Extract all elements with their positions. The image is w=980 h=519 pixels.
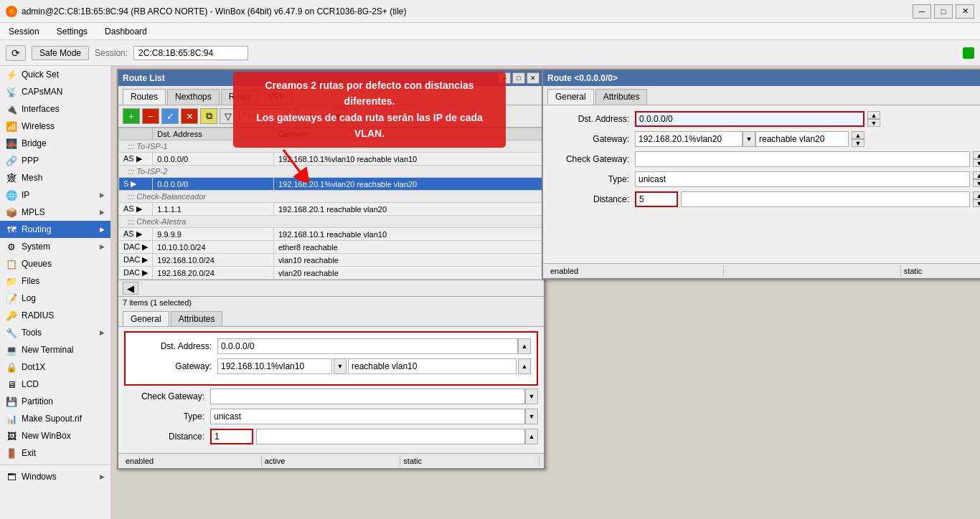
distance-scroll-up[interactable]: ▲ bbox=[525, 429, 538, 444]
make-supout-icon: 📊 bbox=[6, 413, 17, 424]
table-row[interactable]: DAC ▶ 10.10.10.0/24 ether8 reachable bbox=[119, 241, 544, 254]
route-list-close[interactable]: ✕ bbox=[527, 72, 540, 84]
close-button[interactable]: ✕ bbox=[956, 4, 974, 19]
sidebar-item-mpls[interactable]: 📦 MPLS ▶ bbox=[0, 204, 110, 221]
detail-tab-general[interactable]: General bbox=[547, 89, 594, 105]
session-input[interactable] bbox=[133, 46, 248, 60]
sidebar-item-system[interactable]: ⚙ System ▶ bbox=[0, 238, 110, 255]
detail-dst-row: Dst. Address: ▲ ▼ bbox=[549, 111, 980, 127]
dst-scroll-up[interactable]: ▲ bbox=[518, 338, 531, 354]
sidebar-item-exit[interactable]: 🚪 Exit bbox=[0, 444, 110, 462]
lcd-icon: 🖥 bbox=[6, 378, 17, 390]
route-table-wrapper[interactable]: Dst. Address Gateway ::: To-ISP-1 AS ▶ 0… bbox=[118, 128, 544, 280]
bottom-dst-input[interactable] bbox=[217, 338, 518, 354]
gateway-scroll-up[interactable]: ▲ bbox=[518, 358, 531, 374]
detail-distance-input[interactable] bbox=[635, 191, 678, 207]
sidebar-item-mesh[interactable]: 🕸 Mesh bbox=[0, 169, 110, 186]
table-row[interactable]: AS ▶ 9.9.9.9 192.168.10.1 reachable vlan… bbox=[119, 228, 544, 241]
detail-type-input[interactable] bbox=[635, 171, 970, 187]
tab-attributes-bottom[interactable]: Attributes bbox=[171, 311, 223, 326]
sidebar-item-ip[interactable]: 🌐 IP ▶ bbox=[0, 186, 110, 204]
tab-general-bottom[interactable]: General bbox=[123, 311, 169, 326]
wireless-icon: 📶 bbox=[6, 120, 17, 132]
sidebar-item-new-terminal[interactable]: 💻 New Terminal bbox=[0, 341, 110, 358]
bottom-gateway-suffix[interactable] bbox=[348, 358, 517, 374]
enable-route-button[interactable]: ✓ bbox=[161, 108, 179, 124]
sidebar-item-radius[interactable]: 🔑 RADIUS bbox=[0, 307, 110, 324]
row-dst: 0.0.0.0/0 bbox=[153, 153, 274, 166]
sidebar-item-files[interactable]: 📁 Files bbox=[0, 272, 110, 290]
dst-detail-scroll-up[interactable]: ▲ bbox=[867, 111, 880, 119]
table-row[interactable]: DAC ▶ 192.168.10.0/24 vlan10 reachable bbox=[119, 254, 544, 267]
detail-check-gw-input[interactable] bbox=[635, 151, 970, 167]
tab-vrf[interactable]: VRF bbox=[260, 89, 293, 105]
sidebar-item-windows[interactable]: 🗔 Windows ▶ bbox=[0, 468, 110, 485]
sidebar-item-partition[interactable]: 💾 Partition bbox=[0, 393, 110, 410]
menu-session[interactable]: Session bbox=[3, 25, 45, 38]
route-list-maximize[interactable]: □ bbox=[512, 72, 525, 84]
bottom-distance-extra[interactable] bbox=[256, 429, 525, 444]
detail-dst-input[interactable] bbox=[635, 111, 864, 127]
check-gw-detail-scroll-down[interactable]: ▼ bbox=[973, 159, 980, 167]
sidebar-item-queues[interactable]: 📋 Queues bbox=[0, 255, 110, 272]
sidebar-item-ppp[interactable]: 🔗 PPP bbox=[0, 152, 110, 169]
menu-dashboard[interactable]: Dashboard bbox=[99, 25, 153, 38]
sidebar-item-lcd[interactable]: 🖥 LCD bbox=[0, 376, 110, 393]
type-detail-scroll-up[interactable]: ▲ bbox=[973, 171, 980, 179]
sidebar-item-log[interactable]: 📝 Log bbox=[0, 290, 110, 307]
table-row[interactable]: DAC ▶ 192.168.20.0/24 vlan20 reachable bbox=[119, 267, 544, 280]
check-gw-scroll[interactable]: ▼ bbox=[525, 389, 538, 404]
bottom-gateway-input[interactable] bbox=[217, 358, 332, 374]
table-row[interactable]: AS ▶ 0.0.0.0/0 192.168.10.1%vlan10 reach… bbox=[119, 153, 544, 166]
dist-detail-scroll-down[interactable]: ▼ bbox=[973, 199, 980, 207]
detail-distance-extra[interactable] bbox=[681, 191, 970, 207]
filter-button[interactable]: ▽ bbox=[220, 108, 237, 124]
detail-gateway-dropdown[interactable]: ▼ bbox=[743, 131, 755, 147]
sidebar-item-quickset[interactable]: ⚡ Quick Set bbox=[0, 66, 110, 83]
find-input[interactable] bbox=[239, 109, 296, 123]
tab-routes[interactable]: Routes bbox=[123, 89, 166, 105]
add-route-button[interactable]: + bbox=[123, 108, 140, 124]
maximize-button[interactable]: □ bbox=[934, 4, 953, 19]
disable-route-button[interactable]: ✕ bbox=[181, 108, 198, 124]
detail-tab-attributes[interactable]: Attributes bbox=[595, 89, 648, 105]
check-gw-detail-scroll-up[interactable]: ▲ bbox=[973, 151, 980, 159]
sidebar-item-routing[interactable]: 🗺 Routing ▶ bbox=[0, 221, 110, 238]
bottom-check-gateway-input[interactable] bbox=[210, 389, 525, 404]
sidebar-label-wireless: Wireless bbox=[22, 121, 55, 131]
dst-detail-scroll-down[interactable]: ▼ bbox=[867, 119, 880, 127]
sidebar-item-dot1x[interactable]: 🔒 Dot1X bbox=[0, 358, 110, 376]
type-scroll[interactable]: ▼ bbox=[525, 409, 538, 424]
detail-gateway-suffix[interactable] bbox=[755, 131, 849, 147]
copy-route-button[interactable]: ⧉ bbox=[200, 108, 217, 124]
bottom-type-input[interactable] bbox=[210, 409, 525, 424]
sidebar-item-tools[interactable]: 🔧 Tools ▶ bbox=[0, 324, 110, 341]
sidebar-item-make-supout[interactable]: 📊 Make Supout.rif bbox=[0, 410, 110, 427]
filter-select[interactable]: all bbox=[298, 108, 327, 124]
remove-route-button[interactable]: − bbox=[142, 108, 159, 124]
detail-gateway-input[interactable] bbox=[635, 131, 743, 147]
bottom-distance-input[interactable] bbox=[210, 429, 253, 444]
tab-nexthops[interactable]: Nexthops bbox=[167, 89, 220, 105]
sidebar-item-bridge[interactable]: 🌉 Bridge bbox=[0, 135, 110, 152]
sidebar-item-wireless[interactable]: 📶 Wireless bbox=[0, 118, 110, 135]
sidebar-item-capsman[interactable]: 📡 CAPsMAN bbox=[0, 83, 110, 100]
refresh-icon[interactable]: ⟳ bbox=[6, 45, 26, 61]
table-row[interactable]: AS ▶ 1.1.1.1 192.168.20.1 reachable vlan… bbox=[119, 203, 544, 216]
gw-detail-scroll-down[interactable]: ▼ bbox=[852, 139, 864, 147]
dist-detail-scroll-up[interactable]: ▲ bbox=[973, 191, 980, 199]
filter-down-button[interactable]: ▼ bbox=[329, 108, 347, 124]
scroll-left-button[interactable]: ◀ bbox=[123, 282, 138, 295]
route-list-minimize[interactable]: ─ bbox=[498, 72, 511, 84]
table-row[interactable]: S ▶ 0.0.0.0/0 192.168.20.1%vlan20 reacha… bbox=[119, 178, 544, 191]
gateway-dropdown[interactable]: ▼ bbox=[334, 358, 347, 374]
minimize-button[interactable]: ─ bbox=[913, 4, 931, 19]
type-detail-scroll-down[interactable]: ▼ bbox=[973, 179, 980, 187]
sidebar-item-new-winbox[interactable]: 🖼 New WinBox bbox=[0, 427, 110, 444]
gw-detail-scroll-up[interactable]: ▲ bbox=[852, 131, 864, 139]
tab-rules[interactable]: Rules bbox=[221, 89, 259, 105]
menu-settings[interactable]: Settings bbox=[51, 25, 93, 38]
sidebar-label-make-supout: Make Supout.rif bbox=[22, 414, 82, 424]
sidebar-item-interfaces[interactable]: 🔌 Interfaces bbox=[0, 100, 110, 118]
safe-mode-button[interactable]: Safe Mode bbox=[32, 46, 89, 60]
